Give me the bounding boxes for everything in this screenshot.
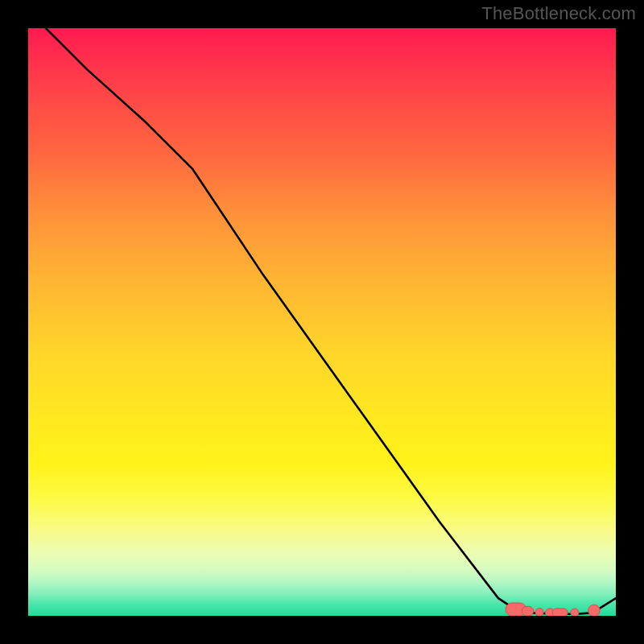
watermark-text: TheBottleneck.com <box>481 3 636 24</box>
marker-4 <box>552 609 568 616</box>
plot-area <box>28 28 616 616</box>
plot-svg <box>28 28 616 616</box>
marker-6 <box>588 605 601 616</box>
marker-2 <box>535 609 543 616</box>
chart-container: TheBottleneck.com <box>0 0 644 644</box>
bottleneck-curve <box>28 28 616 614</box>
marker-1 <box>522 606 534 616</box>
marker-5 <box>571 609 579 616</box>
